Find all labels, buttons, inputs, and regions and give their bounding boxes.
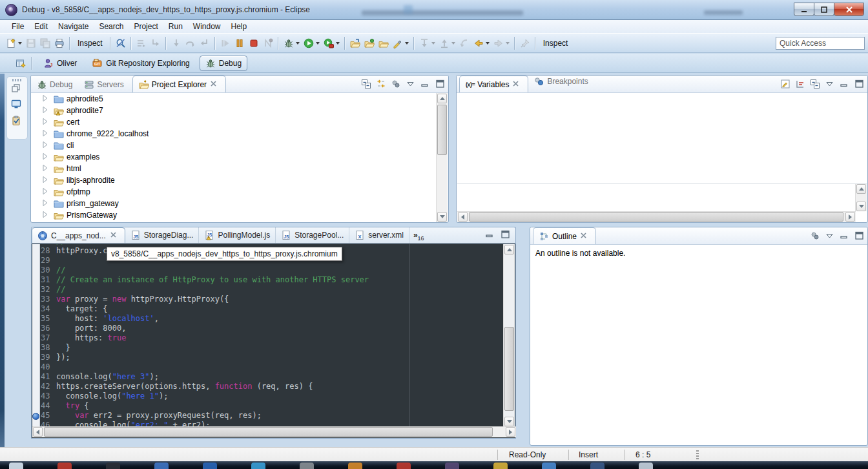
dropdown-arrow-icon[interactable]: [451, 42, 455, 45]
expand-arrow-icon[interactable]: [41, 187, 51, 197]
minimize-view-icon[interactable]: [840, 79, 850, 89]
drop-to-frame-icon[interactable]: [149, 36, 162, 51]
editor-tab-server-xml[interactable]: Xserver.xml: [349, 227, 409, 243]
taskbar-icon[interactable]: [106, 463, 120, 469]
menu-edit[interactable]: Edit: [29, 21, 53, 32]
expand-arrow-icon[interactable]: [41, 94, 51, 104]
mark-occurrences-icon[interactable]: [391, 36, 410, 51]
code-line[interactable]: 32//: [39, 285, 369, 295]
close-tab-icon[interactable]: [512, 79, 522, 90]
editor-tab-pollingmodel-js[interactable]: JSPollingModel.js: [199, 227, 276, 243]
code-line[interactable]: 45 var err2 = proxy.proxyRequest(req, re…: [39, 411, 369, 421]
collapse-all-icon[interactable]: [810, 79, 820, 89]
code-line[interactable]: 39});: [39, 353, 369, 362]
editor-tab-overflow-chevron[interactable]: »16: [409, 229, 428, 243]
code-line[interactable]: 44 try {: [39, 401, 369, 411]
tree-item-aphrodite5[interactable]: aphrodite5: [32, 93, 433, 105]
step-over-icon[interactable]: [184, 36, 197, 51]
expand-arrow-icon[interactable]: [41, 129, 51, 139]
code-line[interactable]: 41console.log("here 3");: [39, 372, 369, 382]
terminate-icon[interactable]: [247, 36, 260, 51]
tree-item-libjs-aphrodite[interactable]: libjs-aphrodite: [32, 174, 433, 186]
taskbar-icon[interactable]: [348, 463, 362, 469]
dropdown-arrow-icon[interactable]: [506, 42, 510, 45]
open-resource-icon[interactable]: [363, 36, 376, 51]
tree-item-cli[interactable]: cli: [32, 140, 433, 151]
menu-search[interactable]: Search: [94, 21, 129, 32]
perspective-git-repository-exploring[interactable]: GITGit Repository Exploring: [87, 56, 195, 71]
menu-navigate[interactable]: Navigate: [53, 21, 94, 32]
taskbar-icon[interactable]: [9, 463, 23, 469]
editor-vertical-scrollbar[interactable]: [503, 244, 515, 427]
breakpoint-marker-icon[interactable]: [32, 413, 39, 420]
tree-item-prismgateway[interactable]: PrismGateway: [32, 209, 433, 221]
minimize-view-icon[interactable]: [485, 229, 495, 240]
maximize-view-icon[interactable]: [501, 229, 511, 240]
show-logical-structures-icon[interactable]: [795, 79, 805, 89]
menu-run[interactable]: Run: [163, 21, 188, 32]
expand-arrow-icon[interactable]: [41, 210, 51, 220]
taskbar-icon[interactable]: [639, 463, 653, 469]
tree-item-html[interactable]: html: [32, 163, 433, 174]
tree-item-examples[interactable]: examples: [32, 151, 433, 163]
code-line[interactable]: 35 host: 'localhost',: [39, 314, 369, 324]
tree-item-chrome_9222_localhost[interactable]: chrome_9222_localhost: [32, 128, 433, 140]
run-icon[interactable]: [302, 36, 321, 51]
forward-icon[interactable]: [492, 36, 511, 51]
dropdown-arrow-icon[interactable]: [336, 42, 340, 45]
show-logical-structure-icon[interactable]: [135, 36, 148, 51]
code-line[interactable]: 40: [39, 362, 369, 372]
external-tools-icon[interactable]: [322, 36, 341, 51]
close-button[interactable]: [834, 3, 864, 16]
close-tab-icon[interactable]: [209, 79, 220, 90]
tree-item-aphrodite7[interactable]: aphrodite7: [32, 105, 433, 116]
restore-views-icon[interactable]: [11, 83, 21, 94]
code-line[interactable]: 30//: [39, 266, 369, 275]
tab-variables[interactable]: (x)=Variables: [459, 76, 528, 92]
print-icon[interactable]: [53, 36, 66, 51]
step-return-icon[interactable]: [198, 36, 211, 51]
expand-arrow-icon[interactable]: [41, 175, 51, 185]
expand-arrow-icon[interactable]: [41, 198, 51, 209]
menu-file[interactable]: File: [6, 21, 29, 32]
tab-outline[interactable]: Outline: [533, 227, 596, 244]
editor-tab-storagediag-[interactable]: JSStorageDiag...: [125, 227, 200, 243]
taskbar-icon[interactable]: [397, 463, 411, 469]
console-view-icon[interactable]: [11, 99, 21, 109]
menu-help[interactable]: Help: [226, 21, 253, 32]
tab-debug[interactable]: Debug: [31, 76, 78, 92]
menu-window[interactable]: Window: [188, 21, 226, 32]
menu-project[interactable]: Project: [129, 21, 163, 32]
minimize-view-icon[interactable]: [420, 79, 431, 89]
variables-tree-area[interactable]: [457, 93, 867, 182]
tab-servers[interactable]: Servers: [78, 76, 129, 92]
filters-icon[interactable]: [391, 79, 401, 89]
collapse-all-icon[interactable]: [361, 79, 371, 89]
tab-breakpoints[interactable]: Breakpoints: [528, 73, 594, 89]
variables-detail-pane[interactable]: [457, 184, 867, 222]
quick-access-input[interactable]: [776, 37, 865, 50]
explorer-vertical-scrollbar[interactable]: [436, 93, 448, 222]
code-line[interactable]: 36 port: 8000,: [39, 324, 369, 333]
maximize-button[interactable]: [814, 3, 834, 16]
close-tab-icon[interactable]: [579, 231, 590, 242]
taskbar-icon[interactable]: [590, 463, 604, 469]
view-menu-icon[interactable]: [406, 79, 416, 89]
next-annotation-icon[interactable]: [418, 36, 437, 51]
taskbar-icon[interactable]: [251, 463, 265, 469]
link-with-editor-icon[interactable]: [376, 79, 386, 89]
view-menu-icon[interactable]: [825, 79, 835, 89]
code-line[interactable]: 37 https: true: [39, 333, 369, 343]
save-all-icon[interactable]: [39, 36, 52, 51]
perspective-debug[interactable]: Debug: [200, 56, 247, 71]
disconnect-icon[interactable]: [262, 36, 274, 51]
code-line[interactable]: 31// Create an instance of HttpProxy to …: [39, 275, 369, 285]
title-bar[interactable]: Debug - v8_5858/C__apps_nodejs_dev_https…: [0, 0, 868, 20]
status-drag-handle[interactable]: [696, 450, 699, 459]
dropdown-arrow-icon[interactable]: [316, 42, 320, 45]
maximize-view-icon[interactable]: [854, 231, 865, 241]
debug-icon[interactable]: [282, 36, 301, 51]
editor-tab-storagepool-[interactable]: JSStoragePool...: [276, 227, 349, 243]
tab-project-explorer[interactable]: Project Explorer: [132, 76, 226, 92]
dropdown-arrow-icon[interactable]: [486, 42, 490, 45]
